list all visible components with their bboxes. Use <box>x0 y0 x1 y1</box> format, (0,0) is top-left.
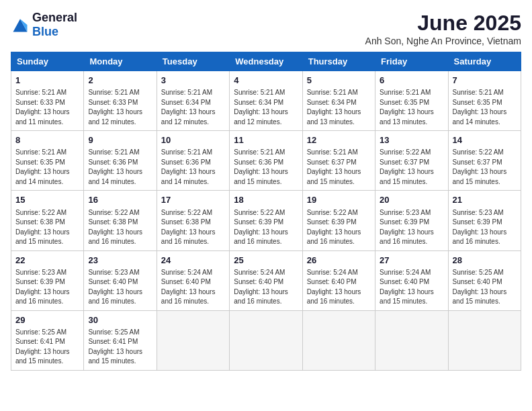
weekday-header: Saturday <box>448 52 521 71</box>
calendar-cell <box>230 310 302 370</box>
day-info: Sunrise: 5:21 AM Sunset: 6:34 PM Dayligh… <box>307 88 371 127</box>
weekday-header-row: SundayMondayTuesdayWednesdayThursdayFrid… <box>11 52 521 71</box>
day-info: Sunrise: 5:23 AM Sunset: 6:39 PM Dayligh… <box>380 208 443 247</box>
day-number: 3 <box>161 75 225 87</box>
day-number: 27 <box>380 255 443 267</box>
day-number: 14 <box>453 134 517 146</box>
day-number: 6 <box>380 75 443 87</box>
calendar-table: SundayMondayTuesdayWednesdayThursdayFrid… <box>11 52 521 371</box>
calendar-cell: 11Sunrise: 5:21 AM Sunset: 6:36 PM Dayli… <box>230 131 302 191</box>
calendar-cell <box>302 310 375 370</box>
day-info: Sunrise: 5:22 AM Sunset: 6:39 PM Dayligh… <box>307 208 371 247</box>
day-number: 1 <box>15 75 79 87</box>
day-info: Sunrise: 5:21 AM Sunset: 6:33 PM Dayligh… <box>15 88 79 127</box>
logo-text: General Blue <box>32 11 77 39</box>
day-number: 26 <box>307 255 371 267</box>
title-area: June 2025 Anh Son, Nghe An Province, Vie… <box>365 11 521 46</box>
day-info: Sunrise: 5:21 AM Sunset: 6:37 PM Dayligh… <box>307 148 371 187</box>
calendar-cell <box>375 310 448 370</box>
day-info: Sunrise: 5:24 AM Sunset: 6:40 PM Dayligh… <box>161 268 225 307</box>
day-info: Sunrise: 5:22 AM Sunset: 6:38 PM Dayligh… <box>161 208 225 247</box>
day-number: 11 <box>234 134 298 146</box>
calendar-cell: 3Sunrise: 5:21 AM Sunset: 6:34 PM Daylig… <box>157 71 229 131</box>
calendar-cell: 26Sunrise: 5:24 AM Sunset: 6:40 PM Dayli… <box>302 250 375 310</box>
day-number: 4 <box>234 75 298 87</box>
day-number: 19 <box>307 194 371 206</box>
day-number: 12 <box>307 134 371 146</box>
day-info: Sunrise: 5:21 AM Sunset: 6:36 PM Dayligh… <box>161 148 225 187</box>
calendar-week-row: 1Sunrise: 5:21 AM Sunset: 6:33 PM Daylig… <box>11 71 521 131</box>
day-number: 29 <box>15 314 79 326</box>
day-number: 16 <box>88 194 152 206</box>
weekday-header: Sunday <box>11 52 84 71</box>
calendar-cell: 17Sunrise: 5:22 AM Sunset: 6:38 PM Dayli… <box>157 191 229 250</box>
calendar-week-row: 15Sunrise: 5:22 AM Sunset: 6:38 PM Dayli… <box>11 191 521 250</box>
calendar-cell <box>157 310 229 370</box>
calendar-week-row: 29Sunrise: 5:25 AM Sunset: 6:41 PM Dayli… <box>11 310 521 370</box>
day-number: 7 <box>453 75 517 87</box>
day-number: 20 <box>380 194 443 206</box>
calendar-cell: 25Sunrise: 5:24 AM Sunset: 6:40 PM Dayli… <box>230 250 302 310</box>
day-info: Sunrise: 5:21 AM Sunset: 6:34 PM Dayligh… <box>234 88 298 127</box>
day-number: 25 <box>234 255 298 267</box>
logo-blue: Blue <box>32 25 58 38</box>
day-info: Sunrise: 5:21 AM Sunset: 6:34 PM Dayligh… <box>161 88 225 127</box>
logo-icon <box>11 15 30 34</box>
calendar-cell: 6Sunrise: 5:21 AM Sunset: 6:35 PM Daylig… <box>375 71 448 131</box>
calendar-cell: 28Sunrise: 5:25 AM Sunset: 6:40 PM Dayli… <box>448 250 521 310</box>
day-info: Sunrise: 5:22 AM Sunset: 6:38 PM Dayligh… <box>88 208 152 247</box>
calendar-cell: 12Sunrise: 5:21 AM Sunset: 6:37 PM Dayli… <box>302 131 375 191</box>
location-subtitle: Anh Son, Nghe An Province, Vietnam <box>365 36 521 46</box>
day-info: Sunrise: 5:21 AM Sunset: 6:35 PM Dayligh… <box>380 88 443 127</box>
day-info: Sunrise: 5:21 AM Sunset: 6:33 PM Dayligh… <box>88 88 152 127</box>
day-info: Sunrise: 5:22 AM Sunset: 6:37 PM Dayligh… <box>453 148 517 187</box>
calendar-cell: 8Sunrise: 5:21 AM Sunset: 6:35 PM Daylig… <box>11 131 84 191</box>
day-info: Sunrise: 5:23 AM Sunset: 6:40 PM Dayligh… <box>88 268 152 307</box>
day-number: 8 <box>15 134 79 146</box>
day-number: 23 <box>88 255 152 267</box>
calendar-cell: 24Sunrise: 5:24 AM Sunset: 6:40 PM Dayli… <box>157 250 229 310</box>
day-number: 5 <box>307 75 371 87</box>
logo: General Blue <box>11 11 77 39</box>
weekday-header: Friday <box>375 52 448 71</box>
day-number: 28 <box>453 255 517 267</box>
calendar-cell: 18Sunrise: 5:22 AM Sunset: 6:39 PM Dayli… <box>230 191 302 250</box>
day-number: 30 <box>88 314 152 326</box>
calendar-cell <box>448 310 521 370</box>
day-info: Sunrise: 5:23 AM Sunset: 6:39 PM Dayligh… <box>15 268 79 307</box>
day-number: 24 <box>161 255 225 267</box>
calendar-cell: 16Sunrise: 5:22 AM Sunset: 6:38 PM Dayli… <box>84 191 157 250</box>
calendar-cell: 4Sunrise: 5:21 AM Sunset: 6:34 PM Daylig… <box>230 71 302 131</box>
day-number: 2 <box>88 75 152 87</box>
day-info: Sunrise: 5:22 AM Sunset: 6:39 PM Dayligh… <box>234 208 298 247</box>
day-info: Sunrise: 5:24 AM Sunset: 6:40 PM Dayligh… <box>234 268 298 307</box>
day-info: Sunrise: 5:23 AM Sunset: 6:39 PM Dayligh… <box>453 208 517 247</box>
calendar-cell: 2Sunrise: 5:21 AM Sunset: 6:33 PM Daylig… <box>84 71 157 131</box>
day-info: Sunrise: 5:21 AM Sunset: 6:35 PM Dayligh… <box>453 88 517 127</box>
calendar-week-row: 8Sunrise: 5:21 AM Sunset: 6:35 PM Daylig… <box>11 131 521 191</box>
day-number: 10 <box>161 134 225 146</box>
header: General Blue June 2025 Anh Son, Nghe An … <box>11 11 521 46</box>
weekday-header: Tuesday <box>157 52 229 71</box>
day-info: Sunrise: 5:25 AM Sunset: 6:41 PM Dayligh… <box>88 328 152 367</box>
calendar-cell: 7Sunrise: 5:21 AM Sunset: 6:35 PM Daylig… <box>448 71 521 131</box>
calendar-cell: 30Sunrise: 5:25 AM Sunset: 6:41 PM Dayli… <box>84 310 157 370</box>
day-info: Sunrise: 5:24 AM Sunset: 6:40 PM Dayligh… <box>380 268 443 307</box>
day-number: 18 <box>234 194 298 206</box>
calendar-cell: 14Sunrise: 5:22 AM Sunset: 6:37 PM Dayli… <box>448 131 521 191</box>
calendar-cell: 29Sunrise: 5:25 AM Sunset: 6:41 PM Dayli… <box>11 310 84 370</box>
calendar-cell: 9Sunrise: 5:21 AM Sunset: 6:36 PM Daylig… <box>84 131 157 191</box>
weekday-header: Thursday <box>302 52 375 71</box>
day-number: 9 <box>88 134 152 146</box>
calendar-cell: 27Sunrise: 5:24 AM Sunset: 6:40 PM Dayli… <box>375 250 448 310</box>
day-info: Sunrise: 5:22 AM Sunset: 6:37 PM Dayligh… <box>380 148 443 187</box>
day-info: Sunrise: 5:21 AM Sunset: 6:36 PM Dayligh… <box>88 148 152 187</box>
day-info: Sunrise: 5:25 AM Sunset: 6:41 PM Dayligh… <box>15 328 79 367</box>
calendar-cell: 23Sunrise: 5:23 AM Sunset: 6:40 PM Dayli… <box>84 250 157 310</box>
day-info: Sunrise: 5:24 AM Sunset: 6:40 PM Dayligh… <box>307 268 371 307</box>
day-info: Sunrise: 5:22 AM Sunset: 6:38 PM Dayligh… <box>15 208 79 247</box>
calendar-cell: 13Sunrise: 5:22 AM Sunset: 6:37 PM Dayli… <box>375 131 448 191</box>
calendar-cell: 10Sunrise: 5:21 AM Sunset: 6:36 PM Dayli… <box>157 131 229 191</box>
day-number: 21 <box>453 194 517 206</box>
day-number: 15 <box>15 194 79 206</box>
